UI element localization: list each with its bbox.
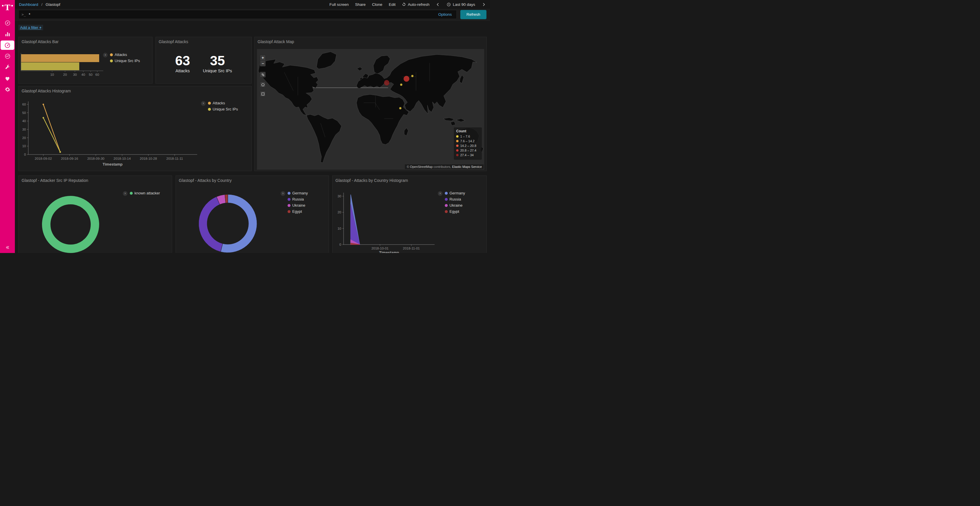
metric-label: Unique Src IPs <box>203 68 232 73</box>
svg-text:Timestamp: Timestamp <box>379 251 399 253</box>
legend-item[interactable]: Egypt <box>288 209 308 214</box>
sidebar-item-timelion[interactable] <box>1 51 14 62</box>
legend-item[interactable]: Unique Src IPs <box>208 107 238 111</box>
attack-map-canvas[interactable]: + − Count 1 – 7.6 7.6 – 14.2 <box>257 49 484 170</box>
map-legend-title: Count <box>456 129 479 133</box>
country-histogram-canvas[interactable]: 01020302018-10-012018-11-01Timestamp <box>332 176 487 253</box>
time-picker-button[interactable]: Last 90 days <box>447 2 475 7</box>
panel-attacks-histogram: Glastopf Attacks Histogram 0102030405060… <box>18 86 252 171</box>
map-legend-item: 14.2 – 20.8 <box>456 144 479 148</box>
collapse-chevrons-icon <box>5 245 10 250</box>
legend-item[interactable]: Germany <box>288 191 308 195</box>
sidebar-item-management[interactable] <box>1 84 14 95</box>
sidebar-item-dashboard[interactable] <box>1 41 14 50</box>
query-options-link[interactable]: Options <box>438 12 453 17</box>
auto-refresh-button[interactable]: Auto-refresh <box>402 2 430 7</box>
sidebar-item-dev-tools[interactable] <box>1 62 14 73</box>
legend-item[interactable]: Egypt <box>445 209 465 214</box>
panel-src-ip-reputation: Glastopf - Attacker Src IP Reputation › … <box>18 176 172 253</box>
map-legend-item: 1 – 7.6 <box>456 135 479 138</box>
svg-text:30: 30 <box>22 128 26 131</box>
panel-title: Glastopf Attacks Bar <box>22 40 59 44</box>
map-legend-item: 7.6 – 14.2 <box>456 139 479 143</box>
sidebar-item-discover[interactable] <box>1 17 14 29</box>
kibana-dashboard-app: { "breadcrumb": { "root": "Dashboard", "… <box>0 0 490 253</box>
country-donut-canvas[interactable] <box>176 176 329 253</box>
chevron-right-icon <box>482 2 486 7</box>
legend-toggle-icon[interactable]: › <box>281 191 285 196</box>
sidebar-item-monitoring[interactable] <box>1 73 14 84</box>
map-fit-bounds-button[interactable] <box>260 72 266 78</box>
metric-unique-src-ips: 35 Unique Src IPs <box>203 54 232 73</box>
svg-text:60: 60 <box>22 103 26 106</box>
legend-item[interactable]: Ukraine <box>445 203 465 208</box>
map-zoom-in-button[interactable]: + <box>260 55 266 60</box>
legend-toggle-icon[interactable]: › <box>201 101 205 106</box>
telekom-logo[interactable]: T <box>2 3 13 11</box>
legend-toggle-icon[interactable]: › <box>438 191 442 196</box>
query-bar: >_ * Options Refresh <box>15 9 490 21</box>
gear-icon <box>5 86 11 93</box>
map-zoom-out-button[interactable]: − <box>260 60 266 67</box>
map-count-legend: Count 1 – 7.6 7.6 – 14.2 14.2 – 20.8 20.… <box>454 127 482 160</box>
legend-item[interactable]: known attacker <box>130 191 160 195</box>
share-button[interactable]: Share <box>355 2 366 7</box>
legend-item[interactable]: Attacks <box>208 101 238 105</box>
clock-icon <box>447 2 451 7</box>
svg-text:20: 20 <box>63 73 67 76</box>
time-step-forward-button[interactable] <box>482 2 486 7</box>
gauge-icon <box>4 42 11 49</box>
refresh-button[interactable]: Refresh <box>460 10 487 19</box>
attacks-histogram-canvas[interactable]: 01020304050602018-09-022018-09-162018-09… <box>19 86 252 171</box>
query-input[interactable]: >_ * Options <box>18 10 457 19</box>
legend-color-dot <box>288 198 291 201</box>
legend-color-dot <box>288 204 291 207</box>
legend-item[interactable]: Russia <box>445 197 465 201</box>
sidebar-item-visualize[interactable] <box>1 29 14 40</box>
add-filter-link[interactable]: Add a filter + <box>18 25 43 30</box>
openstreetmap-link[interactable]: OpenStreetMap <box>410 165 433 168</box>
collapse-nav-button[interactable] <box>0 245 15 250</box>
dashboard-actions-nav: Full screen Share Clone Edit Auto-refres… <box>329 2 486 7</box>
reputation-donut-canvas[interactable] <box>19 176 172 253</box>
panel-attacks-metric: Glastopf Attacks 63 Attacks 35 Unique Sr… <box>156 37 252 84</box>
svg-text:2018-09-02: 2018-09-02 <box>35 157 52 160</box>
top-bar: Dashboard / Glastopf Full screen Share C… <box>15 0 490 9</box>
panel-attacks-by-country: Glastopf - Attacks by Country › Germany … <box>176 176 329 253</box>
svg-text:2018-10-14: 2018-10-14 <box>113 157 130 160</box>
svg-text:2018-11-11: 2018-11-11 <box>166 157 183 160</box>
full-screen-button[interactable]: Full screen <box>329 2 349 7</box>
map-draw-rectangle-button[interactable] <box>260 91 266 97</box>
legend-color-dot <box>110 59 113 62</box>
legend-item[interactable]: Russia <box>288 197 308 201</box>
metric-label: Attacks <box>175 68 189 73</box>
legend-color-dot <box>445 210 448 213</box>
breadcrumb-dashboard-link[interactable]: Dashboard <box>19 2 38 7</box>
query-value: * <box>29 12 30 17</box>
svg-text:0: 0 <box>339 243 341 246</box>
svg-text:40: 40 <box>81 73 85 76</box>
time-step-back-button[interactable] <box>436 2 440 7</box>
legend-color-dot <box>456 149 458 152</box>
legend-color-dot <box>130 192 133 195</box>
legend-toggle-icon[interactable]: › <box>123 191 127 196</box>
map-draw-polygon-button[interactable] <box>260 82 266 87</box>
logo-dot-right <box>11 5 13 6</box>
svg-text:30: 30 <box>337 194 341 198</box>
world-map-svg <box>257 49 484 170</box>
breadcrumb-separator: / <box>41 2 43 7</box>
legend-toggle-icon[interactable]: › <box>103 53 108 57</box>
legend-item[interactable]: Germany <box>445 191 465 195</box>
metric-value: 63 <box>175 54 190 67</box>
chart-legend: › Attacks Unique Src IPs <box>103 52 140 63</box>
panel-attack-map: Glastopf Attack Map + − C <box>255 37 487 171</box>
legend-item[interactable]: Ukraine <box>288 203 308 208</box>
legend-color-dot <box>208 102 211 105</box>
legend-item[interactable]: Unique Src IPs <box>110 59 140 63</box>
legend-color-dot <box>456 154 458 156</box>
legend-item[interactable]: Attacks <box>110 52 140 57</box>
edit-button[interactable]: Edit <box>389 2 396 7</box>
clone-button[interactable]: Clone <box>372 2 382 7</box>
elastic-maps-service-label: Elastic Maps Service <box>452 165 482 168</box>
legend-color-dot <box>288 192 291 195</box>
